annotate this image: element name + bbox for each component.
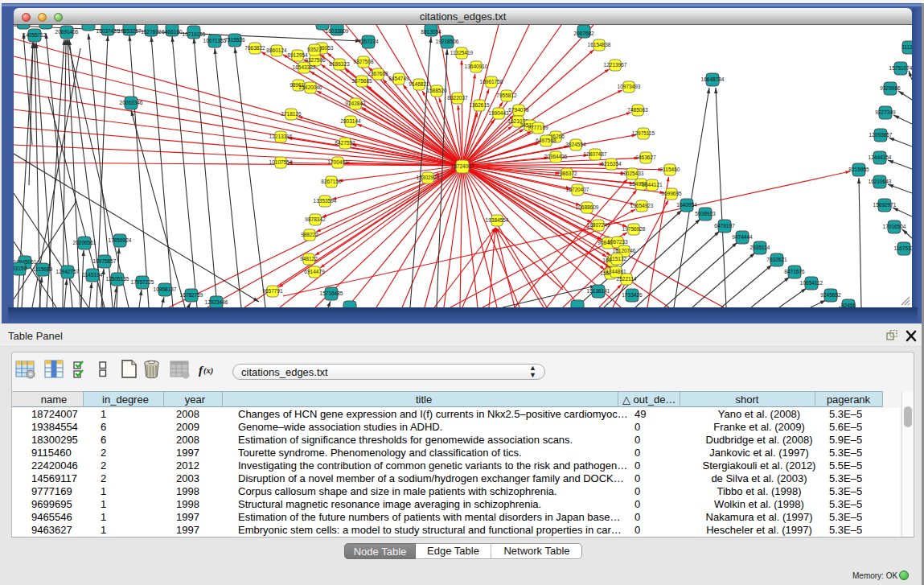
svg-text:16120746: 16120746: [613, 248, 636, 253]
svg-text:16648784: 16648784: [701, 76, 725, 82]
svg-text:9146821: 9146821: [409, 81, 429, 87]
svg-text:7485063: 7485063: [627, 107, 648, 113]
svg-text:19218506: 19218506: [436, 39, 459, 44]
svg-text:10688609: 10688609: [576, 204, 599, 210]
svg-text:15720407: 15720407: [566, 187, 589, 192]
svg-text:20206561: 20206561: [73, 240, 97, 245]
svg-text:15136141: 15136141: [587, 288, 610, 294]
svg-text:988222: 988222: [301, 232, 318, 237]
svg-text:23420046: 23420046: [299, 84, 322, 90]
svg-text:18724007: 18724007: [451, 163, 474, 169]
svg-text:10975857: 10975857: [93, 258, 117, 264]
svg-text:12213316: 12213316: [269, 134, 293, 139]
svg-text:10671355: 10671355: [203, 38, 227, 43]
svg-text:8471676: 8471676: [784, 269, 805, 274]
svg-text:1640954: 1640954: [676, 202, 697, 208]
svg-text:5938923: 5938923: [695, 211, 716, 216]
svg-text:7632621: 7632621: [766, 257, 787, 262]
svg-text:8215955: 8215955: [848, 167, 869, 172]
svg-text:10973493: 10973493: [618, 84, 641, 89]
svg-text:9242843: 9242843: [345, 101, 366, 106]
svg-text:17016504: 17016504: [883, 224, 906, 229]
svg-text:3675685: 3675685: [351, 78, 372, 84]
svg-text:2803144: 2803144: [340, 118, 361, 124]
svg-text:12505135: 12505135: [106, 276, 129, 282]
svg-text:16543382: 16543382: [293, 64, 316, 70]
svg-text:8267150: 8267150: [321, 179, 342, 184]
svg-text:1145194: 1145194: [83, 272, 103, 278]
svg-text:8912954: 8912954: [287, 52, 308, 58]
svg-text:11123: 11123: [901, 44, 912, 50]
svg-text:16782759: 16782759: [180, 292, 203, 298]
svg-text:2718126: 2718126: [281, 111, 302, 117]
svg-text:948122: 948122: [300, 256, 318, 262]
svg-text:92456: 92456: [841, 303, 856, 307]
svg-text:2367608: 2367608: [368, 71, 388, 76]
svg-text:93522: 93522: [307, 47, 322, 52]
svg-text:9474444: 9474444: [732, 234, 753, 240]
svg-text:16154838: 16154838: [588, 42, 611, 47]
svg-text:1733426: 1733426: [622, 292, 643, 298]
svg-text:12942757: 12942757: [56, 269, 80, 274]
svg-text:1115689: 1115689: [33, 266, 53, 272]
svg-text:18807249: 18807249: [587, 222, 610, 228]
svg-text:1362615: 1362615: [469, 102, 490, 108]
svg-text:6497568: 6497568: [536, 138, 556, 143]
svg-text:12923446: 12923446: [205, 299, 228, 305]
svg-text:17859924: 17859924: [109, 237, 132, 243]
svg-text:9463627: 9463627: [635, 154, 656, 160]
svg-text:6794078: 6794078: [508, 107, 529, 113]
svg-text:9878342: 9878342: [305, 216, 326, 222]
svg-text:6216354: 6216354: [601, 161, 622, 167]
svg-text:11325419: 11325419: [450, 50, 474, 56]
svg-text:10107554: 10107554: [269, 159, 293, 165]
svg-text:8813054: 8813054: [421, 29, 441, 35]
svg-text:9329966: 9329966: [880, 85, 901, 91]
svg-text:2087682: 2087682: [573, 31, 594, 36]
svg-text:9777169: 9777169: [528, 125, 548, 130]
svg-text:9115460: 9115460: [660, 167, 680, 172]
svg-text:2935114: 2935114: [750, 245, 770, 250]
svg-text:7357224: 7357224: [358, 39, 379, 44]
svg-text:10853257: 10853257: [118, 28, 142, 34]
svg-text:1990443: 1990443: [488, 110, 509, 116]
svg-text:9657791: 9657791: [262, 288, 283, 294]
svg-text:19756928: 19756928: [622, 226, 646, 232]
svg-text:3624554: 3624554: [565, 142, 586, 147]
svg-text:9327508: 9327508: [353, 59, 374, 64]
svg-text:15751074: 15751074: [889, 65, 912, 71]
svg-text:12444154: 12444154: [869, 154, 892, 160]
svg-text:6479197: 6479197: [714, 223, 735, 229]
svg-text:16033809: 16033809: [326, 28, 349, 34]
svg-text:8186323: 8186323: [329, 61, 350, 67]
svg-text:9227349: 9227349: [875, 109, 896, 115]
svg-text:9699695: 9699695: [661, 191, 682, 196]
svg-text:10654112: 10654112: [800, 280, 823, 286]
svg-text:12213967: 12213967: [604, 62, 627, 68]
svg-text:1115132: 1115132: [607, 256, 627, 262]
svg-text:12093857: 12093857: [869, 132, 893, 138]
svg-text:15302975: 15302975: [417, 175, 440, 180]
svg-text:20691406: 20691406: [55, 29, 79, 35]
svg-text:7955812: 7955812: [496, 93, 517, 98]
svg-text:13353594: 13353594: [314, 198, 337, 204]
svg-text:15716485: 15716485: [320, 290, 343, 296]
svg-text:33159: 33159: [14, 266, 27, 271]
svg-text:1067233: 1067233: [607, 239, 628, 245]
svg-text:13640910: 13640910: [465, 64, 488, 69]
svg-text:2522114: 2522114: [617, 276, 637, 282]
svg-text:8427552: 8427552: [335, 140, 355, 146]
svg-text:17957225: 17957225: [131, 279, 154, 285]
svg-text:8454749: 8454749: [388, 76, 409, 81]
svg-text:20053346: 20053346: [120, 100, 143, 105]
svg-text:8322037: 8322037: [447, 95, 468, 101]
svg-text:15692971: 15692971: [873, 202, 897, 208]
svg-text:9245652: 9245652: [820, 292, 841, 298]
svg-text:6914479: 6914479: [304, 269, 325, 274]
svg-text:8860124: 8860124: [266, 47, 287, 53]
svg-text:12975115: 12975115: [632, 130, 655, 136]
svg-text:19384554: 19384554: [486, 217, 509, 223]
svg-text:7663822: 7663822: [244, 45, 265, 51]
svg-text:14055712: 14055712: [23, 32, 47, 38]
svg-text:1527602: 1527602: [141, 29, 162, 35]
